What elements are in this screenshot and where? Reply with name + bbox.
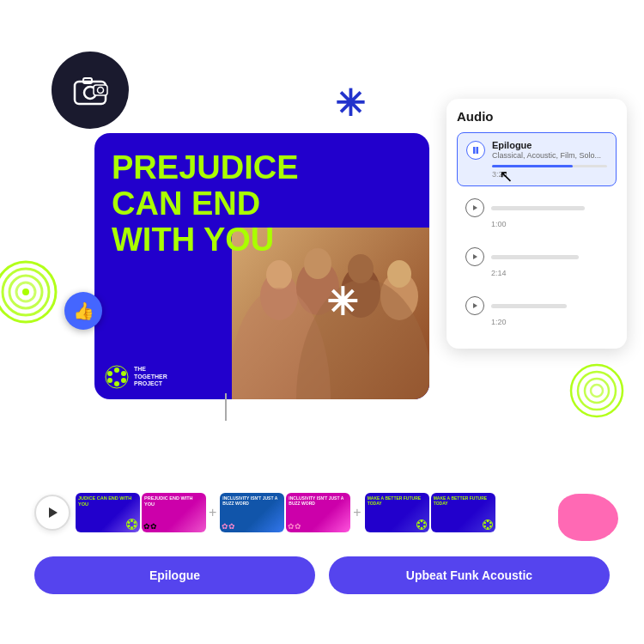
flowers-icon-3: ✿✿ [288, 522, 301, 531]
svg-point-58 [483, 526, 486, 528]
svg-point-17 [266, 260, 292, 289]
headline-line2: CAN END [112, 186, 299, 222]
audio-item-4[interactable]: 1:20 [457, 289, 617, 333]
timeline-area: JUDICE CAN END WITH YOU PREJUDIC END WIT… [34, 493, 610, 532]
clip-pair-1: JUDICE CAN END WITH YOU PREJUDIC END WIT… [76, 493, 206, 532]
connector-line [225, 393, 227, 421]
play-button-2[interactable] [465, 198, 484, 217]
clip-thumb-3[interactable]: INCLUSIVITY ISN'T JUST A BUZZ WORD ✿✿ [220, 493, 284, 532]
clip-thumb-4[interactable]: INCLUSIVITY ISN'T JUST A BUZZ WORD ✿✿ [286, 493, 350, 532]
svg-point-41 [134, 521, 137, 524]
timeline-clips: JUDICE CAN END WITH YOU PREJUDIC END WIT… [76, 493, 610, 532]
audio-item-bar-2 [491, 206, 585, 210]
svg-marker-38 [49, 507, 58, 518]
together-project-text: THE TOGETHER PROJECT [134, 366, 167, 387]
audio-panel-title: Audio [457, 109, 617, 124]
blue-asterisk-decoration: ✳ [335, 86, 365, 122]
plus-sign-2: + [353, 505, 361, 520]
clip-pair-2: INCLUSIVITY ISN'T JUST A BUZZ WORD ✿✿ IN… [220, 493, 350, 532]
headline-line3: WITH YOU [112, 222, 299, 258]
svg-point-31 [107, 378, 112, 383]
svg-point-40 [131, 519, 133, 522]
plus-sign-1: + [209, 505, 216, 520]
svg-point-56 [489, 526, 492, 528]
svg-point-45 [128, 521, 131, 524]
together-project-logo: THE TOGETHER PROJECT [105, 365, 167, 389]
upbeat-pill[interactable]: Upbeat Funk Acoustic [329, 556, 610, 594]
together-logo-icon [105, 365, 129, 389]
epilogue-pill-label: Epilogue [149, 568, 200, 582]
video-card-text: PREJUDICE CAN END WITH YOU [112, 150, 299, 258]
clip-thumb-2[interactable]: PREJUDIC END WITH YOU ✿✿ [142, 493, 206, 532]
audio-item-name-epilogue: Epilogue [492, 140, 601, 150]
svg-point-28 [121, 371, 126, 376]
flowers-icon-2: ✿✿ [222, 522, 235, 531]
svg-point-55 [489, 522, 492, 525]
svg-rect-33 [473, 147, 476, 154]
svg-point-32 [107, 371, 112, 376]
svg-point-19 [304, 248, 331, 279]
svg-marker-37 [473, 303, 477, 308]
svg-point-23 [387, 260, 411, 288]
svg-point-10 [22, 289, 29, 295]
spiral-right-decoration [567, 361, 627, 421]
spiral-left-decoration [0, 258, 60, 326]
svg-rect-34 [477, 147, 479, 154]
epilogue-pill[interactable]: Epilogue [34, 556, 315, 594]
audio-panel: Audio Epilogue Classical, Acoustic, Film… [447, 99, 627, 349]
like-button[interactable]: 👍 [64, 292, 102, 330]
svg-marker-35 [473, 205, 477, 210]
cursor-arrow: ↖ [499, 167, 513, 185]
camera-swap-icon [70, 70, 111, 111]
audio-item-3[interactable]: 2:14 [457, 240, 617, 284]
svg-point-44 [128, 525, 131, 527]
clip-group-2: INCLUSIVITY ISN'T JUST A BUZZ WORD ✿✿ IN… [220, 493, 361, 532]
headline-line1: PREJUDICE [112, 150, 299, 186]
svg-point-59 [483, 522, 486, 525]
svg-point-42 [134, 525, 137, 527]
svg-point-14 [591, 385, 603, 397]
svg-point-12 [578, 372, 616, 410]
clip-thumb-1[interactable]: JUDICE CAN END WITH YOU [76, 493, 140, 532]
audio-item-bar-3 [491, 255, 579, 259]
svg-point-29 [121, 378, 126, 383]
video-card: PREJUDICE CAN END WITH YOU ✳ [94, 133, 429, 399]
svg-point-49 [423, 526, 426, 528]
pause-button[interactable] [466, 141, 485, 160]
clip-thumb-5[interactable]: MAKE A BETTER FUTURE TODAY [365, 493, 429, 532]
audio-item-epilogue[interactable]: Epilogue Classical, Acoustic, Film, Solo… [457, 132, 617, 186]
audio-duration-4: 1:20 [491, 318, 608, 326]
flowers-icon-1: ✿✿ [143, 522, 157, 531]
svg-point-51 [417, 526, 420, 528]
svg-marker-36 [473, 254, 477, 259]
upbeat-pill-label: Upbeat Funk Acoustic [406, 568, 532, 582]
clip-group-1: JUDICE CAN END WITH YOU PREJUDIC END WIT… [76, 493, 216, 532]
svg-point-27 [114, 368, 119, 373]
svg-point-21 [348, 254, 374, 283]
svg-point-52 [417, 522, 420, 525]
svg-point-48 [423, 522, 426, 525]
audio-item-meta-epilogue: Classical, Acoustic, Film, Solo... [492, 151, 601, 160]
svg-point-13 [585, 379, 609, 403]
audio-item-bar-4 [491, 304, 567, 308]
audio-duration-3: 2:14 [491, 269, 608, 277]
bottom-pills: Epilogue Upbeat Funk Acoustic [34, 556, 610, 594]
audio-item-2[interactable]: 1:00 [457, 191, 617, 235]
audio-duration-2: 1:00 [491, 220, 608, 228]
play-button-3[interactable] [465, 247, 484, 266]
timeline-play-button[interactable] [34, 495, 70, 531]
thumbs-up-icon: 👍 [73, 301, 94, 321]
svg-point-57 [486, 527, 489, 530]
svg-point-47 [420, 520, 422, 523]
play-button-4[interactable] [465, 296, 484, 315]
svg-point-50 [420, 527, 422, 530]
svg-point-30 [114, 381, 119, 386]
app-icon-circle [52, 52, 129, 129]
white-asterisk-on-card: ✳ [326, 283, 358, 321]
svg-point-43 [131, 526, 133, 529]
clip-group-3: MAKE A BETTER FUTURE TODAY MAKE A BETTER… [365, 493, 495, 532]
clip-thumb-6[interactable]: MAKE A BETTER FUTURE TODAY [431, 493, 495, 532]
svg-point-54 [486, 520, 489, 523]
clip-pair-3: MAKE A BETTER FUTURE TODAY MAKE A BETTER… [365, 493, 495, 532]
